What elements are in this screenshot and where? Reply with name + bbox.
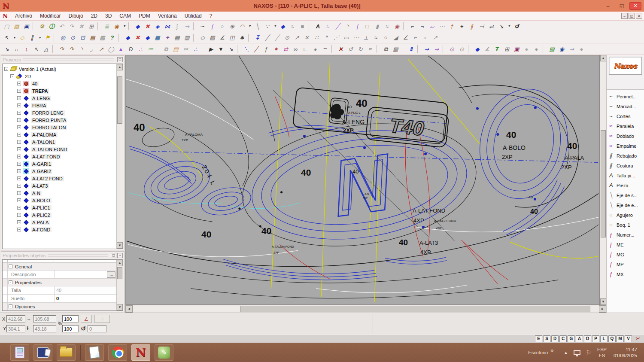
expand-toggle-icon[interactable]: + xyxy=(17,198,21,202)
quick-letter-key[interactable]: Q xyxy=(608,335,616,342)
loop-ccw-icon[interactable]: ↺ xyxy=(346,45,355,54)
arc2-icon[interactable]: ↷ xyxy=(67,45,76,54)
scroll-down-icon[interactable]: ▼ xyxy=(117,242,123,249)
tree-item[interactable]: + A-PALA xyxy=(4,219,116,226)
color-points-icon[interactable]: ∴ xyxy=(136,45,145,54)
sweep-icon[interactable]: ⇝ xyxy=(182,22,191,31)
zoom-window-icon[interactable]: ◎ xyxy=(58,33,67,42)
tree-group-2d[interactable]: - 2D xyxy=(4,73,116,80)
color-cell-icon[interactable]: ▣ xyxy=(512,45,521,54)
expand-toggle-icon[interactable]: + xyxy=(17,147,21,151)
angle-mode-button[interactable]: ∠ xyxy=(81,315,92,323)
play-pair-icon[interactable]: ▶ xyxy=(207,45,216,54)
title-bar[interactable]: N NAXOS - [110 - A-PLIC L, Talla base (4… xyxy=(0,0,644,12)
expand-toggle-icon[interactable]: + xyxy=(17,213,21,217)
file-explorer-icon[interactable] xyxy=(57,344,76,361)
shape3-icon[interactable]: ● xyxy=(577,45,586,54)
angle-node-icon[interactable]: ∡ xyxy=(218,33,227,42)
remove-piece-icon[interactable]: ✖ xyxy=(133,33,142,42)
palette-icon[interactable]: ◉ xyxy=(112,22,121,31)
expand-toggle-icon[interactable]: + xyxy=(17,140,21,144)
next-piece-icon[interactable]: ◆ xyxy=(123,33,132,42)
canvas-horizontal-scrollbar[interactable]: ◄ ► xyxy=(125,305,606,313)
layers-icon[interactable]: ≣ xyxy=(102,22,111,31)
scroll-thumb[interactable] xyxy=(117,76,122,124)
arrow-wave-alt-icon[interactable]: ⇝ xyxy=(432,45,441,54)
shape2-icon[interactable]: ● xyxy=(532,45,541,54)
settings-gears-icon[interactable]: ⚙ xyxy=(37,22,46,31)
undo-icon[interactable]: ↶ xyxy=(57,22,66,31)
expand-toggle-icon[interactable]: + xyxy=(17,96,21,100)
close-button[interactable]: ✕ xyxy=(629,2,641,10)
corner-arc-icon[interactable]: ◝ xyxy=(343,22,352,31)
tree-item[interactable]: + A-BOLO xyxy=(4,197,116,204)
ellipse-icon[interactable]: ◯ xyxy=(106,45,115,54)
extent-vertical-icon[interactable]: ↕ xyxy=(22,45,31,54)
quick-letter-key[interactable]: A xyxy=(576,335,583,342)
expand-toggle-icon[interactable]: + xyxy=(17,118,21,122)
menu-pdm[interactable]: PDM xyxy=(135,12,154,20)
rect-dim-icon[interactable]: ⌐ xyxy=(411,33,420,42)
scroll-up-icon[interactable]: ▲ xyxy=(117,64,123,70)
tree-item[interactable]: + A-GARI1 xyxy=(4,160,116,167)
tree-item[interactable]: + A-TALON1 xyxy=(4,138,116,146)
collapse-icon[interactable]: - xyxy=(9,280,12,284)
collapse-icon[interactable]: - xyxy=(9,304,12,308)
scroll-thumb[interactable] xyxy=(117,267,122,279)
new-piece-icon[interactable]: ◆ xyxy=(278,22,287,31)
print-icon[interactable]: ▥ xyxy=(98,33,107,42)
scroll-left-icon[interactable]: ◄ xyxy=(125,305,133,313)
resize-diagonal-icon[interactable]: ↘ xyxy=(2,45,11,54)
expand-toggle-icon[interactable]: + xyxy=(17,125,21,129)
dropdown-arrow[interactable]: ▾ xyxy=(273,22,277,31)
d-curve-icon[interactable]: Ð xyxy=(126,45,135,54)
expand-toggle-icon[interactable]: + xyxy=(17,162,21,166)
tool-eje-simetria[interactable]: ╲ Eje de s... xyxy=(609,190,644,200)
star-icon[interactable]: ∗ xyxy=(237,33,246,42)
expand-toggle-icon[interactable]: + xyxy=(17,103,21,107)
perpendicular-icon[interactable]: ⊥ xyxy=(361,33,371,42)
axis-line-icon[interactable]: ╲ xyxy=(253,22,262,31)
arc5-icon[interactable]: ↗ xyxy=(97,45,106,54)
piece-delete-icon[interactable]: ✖ xyxy=(143,22,152,31)
width-field[interactable]: 105.68 xyxy=(33,315,56,322)
angle-icon[interactable]: ∠ xyxy=(401,33,410,42)
tool-rebajado[interactable]: ∥ Rebajado xyxy=(609,151,644,161)
quick-letter-key[interactable]: C xyxy=(559,335,567,342)
attach-icon[interactable]: ⊣ xyxy=(477,22,486,31)
properties-close-button[interactable]: × xyxy=(117,253,123,258)
quick-letter-key[interactable]: L xyxy=(600,335,608,342)
tool-pieza[interactable]: A Pieza xyxy=(609,180,644,190)
updown-icon[interactable]: ⇕ xyxy=(407,45,416,54)
pen-app-icon[interactable]: ✎ xyxy=(155,344,173,361)
expand-toggle-icon[interactable]: + xyxy=(17,133,21,137)
properties-panel-titlebar[interactable]: Propiedades objetos ◻ × xyxy=(1,252,124,259)
arc1-icon[interactable]: ↷ xyxy=(57,45,66,54)
rotate-icon[interactable]: ↺ xyxy=(512,22,521,31)
pen-curve-icon[interactable]: ƒ xyxy=(353,22,362,31)
scroll-down-icon[interactable]: ▼ xyxy=(117,304,123,310)
calculator-tool-icon[interactable]: ▦ xyxy=(153,33,162,42)
talla-field[interactable]: 40 xyxy=(54,286,116,294)
tree-item[interactable]: + FIBRA xyxy=(4,102,116,109)
align-ticks-icon[interactable]: Ŧ xyxy=(492,45,501,54)
suelto-field[interactable]: 0 xyxy=(54,295,116,302)
scroll-right-icon[interactable]: ► xyxy=(599,305,606,313)
curve-icon[interactable]: ~ xyxy=(198,22,207,31)
steps-icon[interactable]: ∟ xyxy=(301,45,310,54)
snap-cross-icon[interactable]: ↘ xyxy=(226,45,235,54)
calculator-icon[interactable] xyxy=(10,344,29,361)
node-angle-icon[interactable]: ∡ xyxy=(483,45,492,54)
info-icon[interactable]: ⓘ xyxy=(47,22,56,31)
section-general[interactable]: - General xyxy=(3,263,116,271)
expand-toggle-icon[interactable]: + xyxy=(17,89,21,93)
tree-item[interactable]: + A-PALOMA xyxy=(4,131,116,138)
tool-cortes[interactable]: ~ Cortes xyxy=(609,111,644,121)
arrow-wave-icon[interactable]: ⇝ xyxy=(422,45,431,54)
columns-icon[interactable]: ▥ xyxy=(182,33,191,42)
drawing-canvas[interactable]: N N T40 xyxy=(125,55,600,305)
center-point-icon[interactable]: ⊕ xyxy=(228,22,237,31)
dropdown-arrow[interactable]: ▾ xyxy=(247,22,252,31)
zoom-prev-icon[interactable]: ⊙ xyxy=(447,45,456,54)
shape1-icon[interactable]: ● xyxy=(522,45,531,54)
